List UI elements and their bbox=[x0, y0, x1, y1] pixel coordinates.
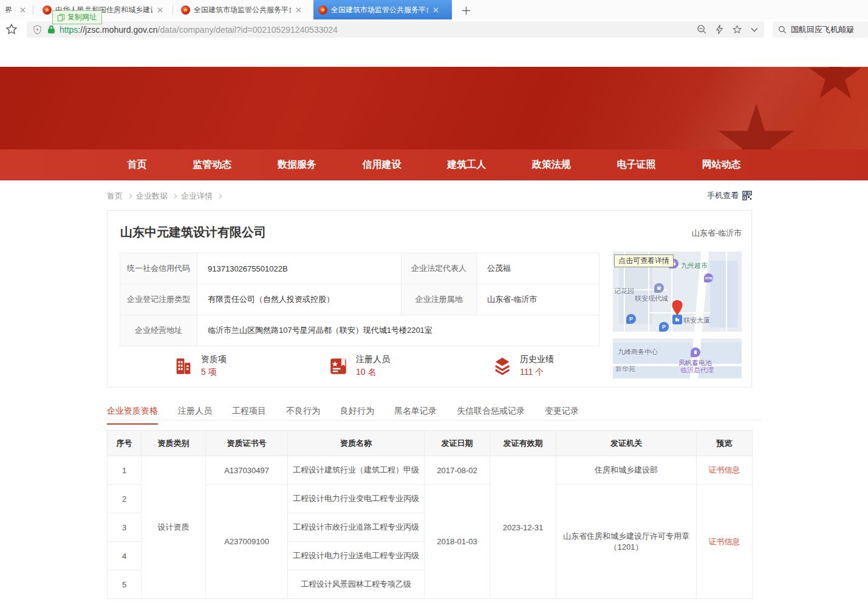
cell-qual-name: 工程设计市政行业道路工程专业丙级 bbox=[288, 513, 425, 542]
favorite-star-icon[interactable] bbox=[732, 24, 742, 35]
nav-item-home[interactable]: 首页 bbox=[128, 159, 147, 171]
map-label-garden: 记花园 bbox=[614, 287, 634, 296]
url-text[interactable]: https://jzsc.mohurd.gov.cn/data/company/… bbox=[60, 25, 691, 35]
nav-item-policy[interactable]: 政策法规 bbox=[532, 159, 571, 171]
col-cert-no: 资质证书号 bbox=[206, 431, 288, 456]
certificate-icon bbox=[328, 356, 349, 377]
tab-close-icon[interactable] bbox=[433, 7, 439, 13]
chevron-down-icon[interactable] bbox=[751, 27, 758, 32]
company-name: 山东中元建筑设计有限公司 bbox=[120, 224, 266, 241]
cell-issuer: 住房和城乡建设部 bbox=[556, 456, 697, 485]
nav-item-site-news[interactable]: 网站动态 bbox=[702, 159, 740, 171]
new-tab-button[interactable] bbox=[459, 3, 473, 18]
col-issue-date: 发证日期 bbox=[425, 431, 490, 456]
stat-qualifications: 资质项5 项 bbox=[173, 354, 227, 378]
site-favicon-icon bbox=[318, 5, 327, 15]
quick-search-text: 国航回应飞机颠簸 bbox=[791, 24, 854, 35]
map-road bbox=[726, 251, 727, 332]
nav-item-data-service[interactable]: 数据服务 bbox=[278, 159, 316, 171]
col-qual-name: 资质名称 bbox=[288, 431, 425, 456]
credit-code-label: 统一社会信用代码 bbox=[120, 253, 197, 284]
stat-label: 注册人员 bbox=[356, 354, 390, 365]
address-bar[interactable]: https://jzsc.mohurd.gov.cn/data/company/… bbox=[27, 21, 764, 38]
tab-projects[interactable]: 工程项目 bbox=[232, 406, 266, 425]
stat-value: 111 个 bbox=[520, 367, 554, 378]
map-parking-icon: P bbox=[659, 322, 669, 332]
quick-search-box[interactable]: 国航回应飞机颠簸 bbox=[773, 21, 868, 38]
browser-tab-partial[interactable]: 界 bbox=[0, 0, 30, 19]
tab-close-icon[interactable] bbox=[296, 7, 301, 13]
mobile-view-toggle[interactable]: 手机查看 bbox=[707, 190, 752, 201]
tab-blacklist[interactable]: 黑名单记录 bbox=[394, 406, 437, 425]
cell-category: 设计资质 bbox=[142, 456, 206, 599]
tab-title: 界 bbox=[5, 5, 15, 15]
stat-value: 10 名 bbox=[356, 367, 390, 378]
browser-tab-jzsc[interactable]: 全国建筑市场监管公共服务平台 bbox=[176, 0, 311, 19]
lightning-icon[interactable] bbox=[716, 24, 723, 35]
map-label-battery-2: 临沂总代理 bbox=[680, 366, 714, 375]
certificate-info-link[interactable]: 证书信息 bbox=[697, 456, 753, 485]
stat-label: 历史业绩 bbox=[520, 354, 554, 365]
table-row: 1 设计资质 A137030497 工程设计建筑行业（建筑工程）甲级 2017-… bbox=[108, 456, 753, 485]
copy-url-tooltip: 复制网址 bbox=[52, 10, 102, 24]
cell-qual-name: 工程设计风景园林工程专项乙级 bbox=[288, 570, 425, 599]
cell-seq: 2 bbox=[108, 485, 142, 513]
certificate-info-link[interactable]: 证书信息 bbox=[697, 485, 753, 599]
https-lock-icon[interactable] bbox=[48, 26, 55, 33]
breadcrumb-company-detail: 企业详情 bbox=[181, 191, 213, 202]
url-protocol: https bbox=[60, 25, 78, 35]
col-validity: 发证有效期 bbox=[490, 431, 556, 456]
header-flag-sheen bbox=[540, 67, 868, 149]
page: 界 中华人民共和国住房和城乡建设 全国建筑市场监管公共服务平台 全国建筑市场监管… bbox=[0, 0, 868, 605]
url-path: /data/company/detail?id=0021052912405330… bbox=[158, 25, 338, 35]
nav-item-supervision[interactable]: 监管动态 bbox=[193, 159, 231, 171]
legal-rep-label: 企业法定代表人 bbox=[402, 253, 477, 284]
site-info-shield-icon[interactable] bbox=[33, 25, 42, 35]
site-header: 中华人民共和国住房和城乡建设部www.mohurd.gov.cn 全国建筑市场监… bbox=[0, 67, 868, 149]
col-category: 资质类别 bbox=[142, 431, 206, 456]
address-value: 临沂市兰山区陶然路107号星河晶都（联安）现代城1号楼2201室 bbox=[197, 315, 600, 346]
tab-registered-personnel[interactable]: 注册人员 bbox=[178, 406, 212, 425]
stat-history-performance: 历史业绩111 个 bbox=[492, 354, 554, 378]
stat-registered-personnel: 注册人员10 名 bbox=[328, 354, 390, 378]
tab-separator bbox=[173, 5, 173, 15]
tab-change-records[interactable]: 变更记录 bbox=[545, 406, 579, 425]
reg-type-label: 企业登记注册类型 bbox=[120, 284, 197, 315]
breadcrumb-company-data[interactable]: 企业数据 bbox=[136, 191, 168, 202]
nav-item-workers[interactable]: 建筑工人 bbox=[447, 159, 486, 171]
cell-cert-no: A137030497 bbox=[206, 456, 288, 485]
map-parking-icon: P bbox=[626, 314, 636, 324]
reg-type-value: 有限责任公司（自然人投资或控股） bbox=[197, 284, 402, 315]
map-road bbox=[613, 332, 742, 338]
tab-close-icon[interactable] bbox=[157, 7, 163, 13]
table-row: 企业经营地址 临沂市兰山区陶然路107号星河晶都（联安）现代城1号楼2201室 bbox=[120, 315, 600, 346]
browser-tab-active[interactable]: 全国建筑市场监管公共服务平台 bbox=[313, 0, 452, 19]
map-tooltip: 点击可查看详情 bbox=[614, 255, 674, 267]
tab-good-behavior[interactable]: 良好行为 bbox=[340, 406, 374, 425]
detail-tabs: 企业资质资格 注册人员 工程项目 不良行为 良好行为 黑名单记录 失信联合惩戒记… bbox=[107, 406, 752, 425]
map-label-modern-city: 联安现代城 bbox=[635, 294, 668, 303]
qualification-table: 序号 资质类别 资质证书号 资质名称 发证日期 发证有效期 发证机关 预览 1 … bbox=[107, 430, 753, 599]
tab-qualifications[interactable]: 企业资质资格 bbox=[107, 406, 158, 425]
cell-issue-date: 2017-08-02 bbox=[425, 456, 490, 485]
map-block bbox=[710, 261, 737, 327]
cell-validity: 2023-12-31 bbox=[490, 456, 556, 599]
company-location-map[interactable]: 点击可查看详情 九州超市 ATM 记花园 联安现代城 联安大厦 P P 九峰商务… bbox=[613, 251, 742, 378]
breadcrumb-home[interactable]: 首页 bbox=[107, 191, 123, 202]
tab-dishonesty-records[interactable]: 失信联合惩戒记录 bbox=[457, 406, 525, 425]
map-pin-icon bbox=[672, 300, 683, 318]
cell-issuer: 山东省住房和城乡建设厅许可专用章（1201） bbox=[556, 485, 697, 599]
map-poi-residence-icon bbox=[654, 283, 664, 293]
zoom-out-icon[interactable] bbox=[697, 24, 707, 35]
bookmark-star-icon[interactable] bbox=[5, 22, 18, 38]
qr-code-icon bbox=[742, 191, 752, 200]
col-seq: 序号 bbox=[108, 431, 142, 456]
cell-qual-name: 工程设计电力行业送电工程专业丙级 bbox=[288, 542, 425, 570]
map-poi-atm-icon: ATM bbox=[704, 273, 713, 282]
tab-title: 全国建筑市场监管公共服务平台 bbox=[194, 5, 291, 15]
nav-item-credit[interactable]: 信用建设 bbox=[363, 159, 402, 171]
nav-item-ecert[interactable]: 电子证照 bbox=[617, 159, 656, 171]
tab-bad-behavior[interactable]: 不良行为 bbox=[286, 406, 320, 425]
tab-close-icon[interactable] bbox=[20, 7, 26, 13]
col-preview: 预览 bbox=[697, 431, 753, 456]
